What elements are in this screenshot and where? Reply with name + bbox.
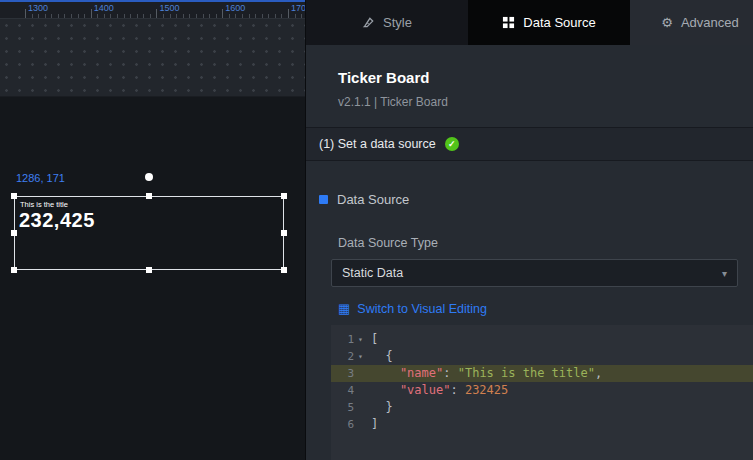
resize-handle-top-center[interactable] — [146, 193, 152, 199]
line-number: 5 — [331, 399, 371, 416]
visual-editing-label: Switch to Visual Editing — [357, 302, 487, 316]
ruler-tick-label: 1600 — [225, 3, 245, 13]
ruler-tick-label: 1400 — [94, 3, 114, 13]
code-line[interactable]: 4"value": 232425 — [331, 382, 753, 399]
line-number: 1▾ — [331, 331, 371, 348]
line-number: 2▾ — [331, 348, 371, 365]
tab-data-source[interactable]: Data Source — [468, 0, 630, 45]
resize-handle-bottom-left[interactable] — [11, 267, 17, 273]
rotate-handle[interactable] — [145, 173, 153, 181]
fold-arrow-icon[interactable]: ▾ — [356, 331, 365, 348]
resize-handle-bottom-center[interactable] — [146, 267, 152, 273]
component-version: v2.1.1 | Ticker Board — [338, 95, 753, 109]
selection-coordinates: 1286, 171 — [16, 172, 65, 184]
design-canvas[interactable]: 13001400150016001700 1286, 171 This is t… — [0, 0, 305, 460]
step-set-data-source: (1) Set a data source ✓ — [306, 127, 753, 161]
code-editor-lines: 1▾[2▾{3"name": "This is the title",4"val… — [331, 331, 753, 433]
chevron-down-icon: ▾ — [722, 268, 727, 279]
code-line[interactable]: 1▾[ — [331, 331, 753, 348]
style-icon — [362, 16, 375, 29]
data-source-type-value: Static Data — [342, 266, 403, 280]
component-title: Ticker Board — [338, 69, 753, 87]
tab-data-source-label: Data Source — [523, 15, 595, 30]
resize-handle-top-left[interactable] — [11, 193, 17, 199]
check-circle-icon: ✓ — [445, 137, 459, 151]
data-source-section-header: Data Source — [319, 191, 753, 207]
settings-panel: Style Data Source ⚙ Advanced Ticker Boar… — [305, 0, 753, 460]
tab-style[interactable]: Style — [306, 0, 468, 45]
code-line[interactable]: 3"name": "This is the title", — [331, 365, 753, 382]
ruler-tick-label: 1300 — [28, 3, 48, 13]
data-source-type-label: Data Source Type — [338, 236, 753, 251]
line-number: 3 — [331, 365, 371, 382]
visual-editing-grid-icon: ▦ — [338, 302, 350, 315]
ruler: 13001400150016001700 — [0, 0, 305, 19]
step-label: (1) Set a data source — [319, 137, 436, 151]
tab-advanced-label: Advanced — [681, 15, 739, 30]
resize-handle-top-right[interactable] — [281, 193, 287, 199]
section-bullet-icon — [319, 195, 328, 204]
ticker-board-widget[interactable]: This is the title 232,425 — [14, 196, 284, 270]
section-title: Data Source — [337, 192, 409, 207]
canvas-grid-background — [0, 19, 305, 97]
line-number: 6 — [331, 416, 371, 433]
switch-to-visual-editing-link[interactable]: ▦ Switch to Visual Editing — [338, 301, 753, 316]
resize-handle-mid-left[interactable] — [11, 230, 17, 236]
resize-handle-bottom-right[interactable] — [281, 267, 287, 273]
gear-icon: ⚙ — [661, 16, 673, 29]
fold-arrow-icon[interactable]: ▾ — [356, 348, 365, 365]
widget-title-text: This is the title — [20, 200, 283, 209]
code-line[interactable]: 6] — [331, 416, 753, 433]
data-source-icon — [502, 16, 515, 29]
code-line[interactable]: 2▾{ — [331, 348, 753, 365]
tab-style-label: Style — [383, 15, 412, 30]
panel-tab-bar: Style Data Source ⚙ Advanced — [306, 0, 753, 45]
ruler-tick-label: 1500 — [160, 3, 180, 13]
code-line[interactable]: 5} — [331, 399, 753, 416]
tab-advanced[interactable]: ⚙ Advanced — [630, 0, 753, 45]
widget-value-text: 232,425 — [19, 209, 283, 232]
resize-handle-mid-right[interactable] — [281, 230, 287, 236]
data-source-type-select[interactable]: Static Data ▾ — [331, 259, 738, 287]
line-number: 4 — [331, 382, 371, 399]
code-editor[interactable]: 1▾[2▾{3"name": "This is the title",4"val… — [331, 325, 753, 460]
